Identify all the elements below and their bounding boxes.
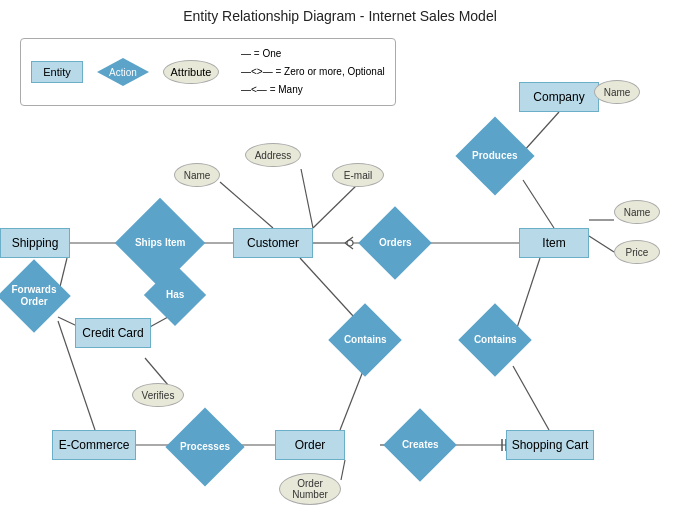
svg-line-1	[523, 112, 559, 152]
node-ships-item: Ships Item	[128, 211, 192, 275]
node-customer: Customer	[233, 228, 313, 258]
svg-line-24	[513, 366, 549, 430]
svg-line-18	[148, 317, 168, 328]
svg-point-9	[347, 240, 353, 246]
legend-zero-more: —<>— = Zero or more, Optional	[241, 63, 385, 81]
node-creates: Creates	[394, 419, 446, 471]
node-credit-card: Credit Card	[75, 318, 151, 348]
svg-line-13	[313, 182, 360, 228]
node-email: E-mail	[332, 163, 384, 187]
node-name-company: Name	[594, 80, 640, 104]
node-ecommerce: E-Commerce	[52, 430, 136, 460]
svg-line-12	[220, 182, 273, 228]
node-forwards-order: Forwards Order	[8, 270, 60, 322]
svg-line-19	[145, 358, 168, 385]
legend-many: —<— = Many	[241, 81, 385, 99]
node-name-cust: Name	[174, 163, 220, 187]
legend-attribute: Attribute	[163, 60, 219, 84]
node-address: Address	[245, 143, 301, 167]
legend-action-container: Action	[97, 58, 149, 86]
svg-line-8	[345, 243, 353, 249]
page-title: Entity Relationship Diagram - Internet S…	[0, 0, 680, 24]
legend-entity: Entity	[31, 61, 83, 83]
svg-line-25	[341, 460, 345, 480]
diagram: Entity Relationship Diagram - Internet S…	[0, 0, 680, 510]
node-verifies: Verifies	[132, 383, 184, 407]
node-has: Has	[153, 273, 197, 317]
node-name-item: Name	[614, 200, 660, 224]
node-processes: Processes	[177, 419, 233, 475]
node-item: Item	[519, 228, 589, 258]
node-produces: Produces	[467, 128, 523, 184]
legend-relations: — = One —<>— = Zero or more, Optional —<…	[241, 45, 385, 99]
node-contains-left: Contains	[339, 314, 391, 366]
svg-line-7	[345, 237, 353, 243]
legend-one: — = One	[241, 45, 385, 63]
node-order: Order	[275, 430, 345, 460]
node-price-item: Price	[614, 240, 660, 264]
legend: Entity Action Attribute — = One —<>— = Z…	[20, 38, 396, 106]
svg-line-4	[589, 236, 614, 252]
node-shopping-cart: Shopping Cart	[506, 430, 594, 460]
svg-line-2	[523, 180, 554, 228]
node-order-number: Order Number	[279, 473, 341, 505]
node-shipping: Shipping	[0, 228, 70, 258]
node-contains-right: Contains	[469, 314, 521, 366]
node-orders: Orders	[369, 217, 421, 269]
svg-line-22	[340, 366, 365, 430]
svg-line-11	[301, 169, 313, 228]
node-company: Company	[519, 82, 599, 112]
